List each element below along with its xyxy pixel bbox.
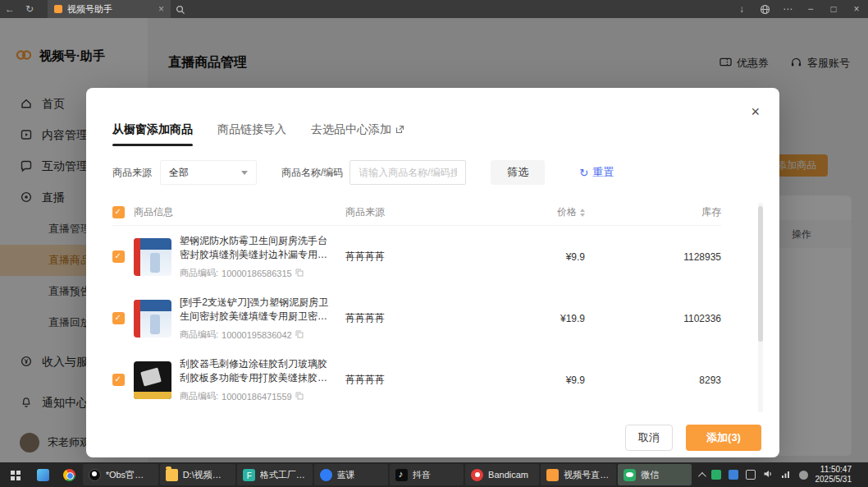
modal-tabs: 从橱窗添加商品 商品链接导入 去选品中心添加 <box>112 122 404 139</box>
taskbar-app-lanke[interactable]: 蓝课 <box>314 464 388 485</box>
chrome-icon[interactable] <box>56 462 81 487</box>
column-header-stock: 库存 <box>585 205 721 219</box>
window-minimize-button[interactable] <box>799 0 822 18</box>
taskbar-app-label: *Obs官网电脑... <box>106 469 153 481</box>
volume-icon[interactable] <box>763 467 774 482</box>
tab-favicon <box>54 5 62 13</box>
clock-date: 2025/5/31 <box>815 475 852 485</box>
tab-import-by-link[interactable]: 商品链接导入 <box>217 122 286 139</box>
product-code-label: 商品编码: <box>180 390 218 402</box>
product-title: [到手2支送铲刀]强力塑钢泥厨房卫生间密封胶美缝填缝专用厨卫密封胶150M... <box>180 296 334 324</box>
taskbar-app-douyin[interactable]: 抖音 <box>390 464 464 485</box>
column-header-source: 商品来源 <box>345 205 460 219</box>
product-code: 10000186586315 <box>222 269 292 278</box>
product-code: 10000186471559 <box>222 392 292 402</box>
filter-button[interactable]: 筛选 <box>491 160 545 185</box>
window-restore-button[interactable] <box>822 0 845 18</box>
reset-button[interactable]: 重置 <box>579 165 614 180</box>
source-filter-label: 商品来源 <box>112 166 152 180</box>
modal-close-icon[interactable] <box>751 104 760 119</box>
taskbar-widget-icon[interactable] <box>30 462 56 487</box>
confirm-add-button[interactable]: 添加(3) <box>686 425 761 451</box>
external-link-icon <box>395 123 404 136</box>
product-title: 刮胶器毛刺修边涂硅胶刮刀玻璃胶刮胶板多功能专用打胶美缝抹胶神器 <box>180 357 334 385</box>
tab-title: 视频号助手 <box>67 3 153 16</box>
browser-menu-icon[interactable] <box>776 0 799 18</box>
tab-label: 商品链接导入 <box>217 122 286 137</box>
taskbar-app-obs[interactable]: *Obs官网电脑... <box>83 464 158 485</box>
product-info: 刮胶器毛刺修边涂硅胶刮刀玻璃胶刮胶板多功能专用打胶美缝抹胶神器 商品编码: 10… <box>180 357 345 402</box>
copy-icon[interactable] <box>295 330 304 340</box>
taskbar-app-label: Bandicam <box>488 470 528 480</box>
column-header-price[interactable]: 价格 <box>460 205 585 219</box>
browser-refresh-icon[interactable] <box>20 0 39 18</box>
modal-filters: 商品来源 全部 商品名称/编码 筛选 重置 <box>112 160 753 185</box>
cancel-button[interactable]: 取消 <box>625 425 673 451</box>
product-price: ¥19.9 <box>460 313 585 324</box>
wechat-tray-icon[interactable] <box>711 470 721 480</box>
row-checkbox[interactable] <box>112 374 125 386</box>
wechat-icon <box>624 469 636 481</box>
douyin-icon <box>395 469 408 481</box>
taskbar-clock[interactable]: 11:50:47 2025/5/31 <box>815 465 861 485</box>
start-button[interactable] <box>0 462 30 487</box>
tab-selection-center[interactable]: 去选品中心添加 <box>311 122 404 139</box>
tab-label: 去选品中心添加 <box>311 122 391 137</box>
taskbar-app-bandicam[interactable]: Bandicam <box>465 464 539 485</box>
taskbar-app-explorer[interactable]: D:\视频号直播... <box>160 464 235 485</box>
taskbar-app-wechat[interactable]: 微信 <box>618 464 692 485</box>
product-code-label: 商品编码: <box>180 267 218 279</box>
row-checkbox[interactable] <box>112 250 125 263</box>
network-icon[interactable] <box>781 467 792 482</box>
product-code-line: 商品编码: 10000195836042 <box>180 328 334 341</box>
product-code: 10000195836042 <box>222 330 292 340</box>
taskbar-app-label: 抖音 <box>413 469 431 481</box>
taskbar-app-formatfactory[interactable]: 格式工厂 X64 ... <box>237 464 313 485</box>
column-header-product-info: 商品信息 <box>134 205 345 219</box>
product-price: ¥9.9 <box>460 251 585 263</box>
tab-close-icon[interactable] <box>158 3 164 15</box>
browser-titlebar: 视频号助手 <box>0 0 868 18</box>
price-header-label: 价格 <box>557 205 577 219</box>
tab-add-from-showcase[interactable]: 从橱窗添加商品 <box>112 122 193 139</box>
globe-icon[interactable] <box>753 0 776 18</box>
product-source: 苒苒苒苒 <box>345 311 460 325</box>
browser-tab[interactable]: 视频号助手 <box>48 0 171 18</box>
display-tray-icon[interactable] <box>746 470 756 480</box>
add-product-modal: 从橱窗添加商品 商品链接导入 去选品中心添加 商品来源 全部 商品名称/编码 筛… <box>86 88 779 457</box>
taskbar-app-live-companion[interactable]: 视频号直播伴侣 <box>541 464 616 485</box>
product-search-input[interactable] <box>349 160 466 185</box>
product-code-label: 商品编码: <box>180 328 218 341</box>
obs-icon <box>89 469 101 481</box>
app-viewport: 视频号·助手 首页 内容管理 互动管理 直播 <box>0 18 868 462</box>
system-tray: 11:50:47 2025/5/31 <box>693 465 868 485</box>
browser-back-icon[interactable] <box>0 0 20 18</box>
product-table: 商品信息 商品来源 价格 库存 塑钢泥防水防霉卫生间厨房洗手台密封胶填缝剂美缝封… <box>112 200 721 411</box>
tray-expand-icon[interactable] <box>697 471 706 480</box>
taskbar-app-label: 蓝课 <box>337 469 355 481</box>
product-image <box>134 361 171 399</box>
taskbar-app-label: 微信 <box>641 469 659 481</box>
lanke-icon <box>320 469 332 481</box>
file-tray-icon[interactable] <box>729 470 738 480</box>
source-filter-select[interactable]: 全部 <box>160 160 257 185</box>
copy-icon[interactable] <box>295 392 304 402</box>
row-checkbox[interactable] <box>112 312 125 324</box>
download-icon[interactable] <box>730 0 753 18</box>
copy-icon[interactable] <box>295 269 304 278</box>
modal-footer: 取消 添加(3) <box>625 425 761 451</box>
taskbar-app-label: 格式工厂 X64 ... <box>260 469 307 481</box>
search-tabs-icon[interactable] <box>171 0 190 18</box>
chevron-down-icon <box>241 171 248 175</box>
reset-label: 重置 <box>592 165 614 180</box>
usb-tray-icon[interactable] <box>799 471 808 480</box>
modal-scrollbar[interactable] <box>758 203 763 412</box>
window-close-button[interactable] <box>845 0 868 18</box>
select-all-checkbox[interactable] <box>112 206 125 218</box>
scrollbar-thumb[interactable] <box>758 206 763 342</box>
taskbar: *Obs官网电脑... D:\视频号直播... 格式工厂 X64 ... 蓝课 … <box>0 462 868 487</box>
source-filter-value: 全部 <box>169 166 189 180</box>
screen: { "colors": { "accent_orange": "#fa9d3b"… <box>0 0 868 487</box>
product-title: 塑钢泥防水防霉卫生间厨房洗手台密封胶填缝剂美缝封边补漏专用胶150ml... <box>180 234 334 262</box>
bandicam-icon <box>471 469 483 481</box>
